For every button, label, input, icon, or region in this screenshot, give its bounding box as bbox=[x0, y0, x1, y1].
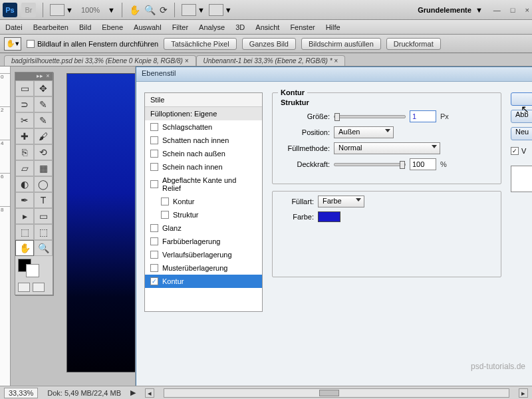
lasso-tool[interactable]: ⊃ bbox=[15, 96, 34, 112]
style-row-bevel-contour[interactable]: Kontur bbox=[145, 195, 262, 208]
close-icon[interactable]: × bbox=[45, 72, 51, 79]
layer-style-dialog: Ebenenstil Stile Fülloptionen: Eigene Sc… bbox=[136, 66, 532, 386]
position-select[interactable]: Außen bbox=[334, 126, 394, 138]
clone-tool[interactable]: ⎘ bbox=[15, 144, 34, 160]
style-row-innerglow[interactable]: Schein nach innen bbox=[145, 160, 262, 174]
style-row-gradientoverlay[interactable]: Verlaufsüberlagerung bbox=[145, 248, 262, 261]
menu-filter[interactable]: Filter bbox=[172, 23, 188, 31]
marquee-tool[interactable]: ▭ bbox=[15, 80, 34, 96]
horizontal-scrollbar[interactable] bbox=[164, 388, 509, 398]
filltype-label: Füllart: bbox=[281, 198, 314, 205]
zoom-level[interactable]: 100% bbox=[81, 6, 100, 14]
style-row-bevel[interactable]: Abgeflachte Kante und Relief bbox=[145, 174, 262, 195]
zoom-tool-icon[interactable]: 🔍 bbox=[144, 2, 156, 18]
quick-mask-icon[interactable] bbox=[18, 283, 30, 292]
print-size-button[interactable]: Druckformat bbox=[386, 38, 441, 50]
blending-options-row[interactable]: Fülloptionen: Eigene bbox=[145, 107, 262, 120]
menu-bearbeiten[interactable]: Bearbeiten bbox=[33, 23, 68, 31]
screen-mode-dropdown[interactable]: ▼ bbox=[182, 4, 205, 16]
maximize-button[interactable]: □ bbox=[511, 6, 515, 14]
workspace-switcher[interactable]: Grundelemente ▼ bbox=[418, 6, 483, 14]
bridge-icon[interactable]: Br bbox=[21, 3, 36, 17]
pen-tool[interactable]: ✒ bbox=[15, 192, 34, 208]
cancel-button[interactable]: Abb bbox=[511, 110, 532, 123]
status-menu-icon[interactable]: ▶ bbox=[130, 388, 136, 397]
close-button[interactable]: × bbox=[525, 6, 529, 14]
background-color[interactable] bbox=[26, 264, 39, 277]
new-style-button[interactable]: Neu bbox=[511, 127, 532, 140]
style-row-satin[interactable]: Glanz bbox=[145, 221, 262, 235]
shape-tool[interactable]: ▭ bbox=[34, 208, 53, 224]
menu-bild[interactable]: Bild bbox=[79, 23, 91, 31]
view-arrange-dropdown[interactable]: ▼ bbox=[50, 4, 73, 16]
dodge-tool[interactable]: ◯ bbox=[34, 176, 53, 192]
menu-ansicht[interactable]: Ansicht bbox=[255, 23, 279, 31]
zoom-status[interactable]: 33,33% bbox=[4, 388, 38, 398]
scroll-all-windows-checkbox[interactable]: Bildlauf in allen Fenstern durchführen bbox=[27, 40, 158, 48]
size-input[interactable] bbox=[410, 110, 436, 122]
menu-hilfe[interactable]: Hilfe bbox=[326, 23, 340, 31]
eyedropper-tool[interactable]: ✎ bbox=[34, 112, 53, 128]
styles-header[interactable]: Stile bbox=[145, 93, 262, 107]
history-brush-tool[interactable]: ⟲ bbox=[34, 144, 53, 160]
menu-datei[interactable]: Datei bbox=[5, 23, 23, 31]
document-tab[interactable]: Unbenannt-1 bei 33,3% (Ebene 2, RGB/8) *… bbox=[196, 55, 346, 66]
style-row-innershadow[interactable]: Schatten nach innen bbox=[145, 134, 262, 147]
arrange-documents-dropdown[interactable]: ▼ bbox=[209, 4, 232, 16]
size-label: Größe: bbox=[281, 112, 330, 120]
scroll-right-button[interactable]: ▸ bbox=[519, 388, 528, 398]
stroke-structure-group: Kontur Struktur Größe: Px Position: Auße… bbox=[272, 92, 501, 184]
style-row-patternoverlay[interactable]: Musterüberlagerung bbox=[145, 261, 262, 275]
style-row-coloroverlay[interactable]: Farbüberlagerung bbox=[145, 235, 262, 248]
preview-checkbox[interactable]: V bbox=[511, 147, 526, 155]
current-tool-icon[interactable]: ✋▾ bbox=[4, 37, 21, 51]
menu-3d[interactable]: 3D bbox=[235, 23, 245, 31]
stroke-color-swatch[interactable] bbox=[318, 211, 340, 222]
blendmode-select[interactable]: Normal bbox=[334, 142, 440, 154]
crop-tool[interactable]: ✂ bbox=[15, 112, 34, 128]
rotate-view-icon[interactable]: ⟳ bbox=[160, 2, 168, 18]
brush-tool[interactable]: 🖌 bbox=[34, 128, 53, 144]
size-unit: Px bbox=[440, 112, 449, 120]
menu-analyse[interactable]: Analyse bbox=[199, 23, 225, 31]
actual-pixels-button[interactable]: Tatsächliche Pixel bbox=[164, 38, 236, 50]
screen-mode-icon[interactable] bbox=[33, 283, 45, 292]
path-select-tool[interactable]: ▸ bbox=[15, 208, 34, 224]
size-slider[interactable] bbox=[334, 115, 406, 118]
style-row-bevel-texture[interactable]: Struktur bbox=[145, 208, 262, 221]
healing-tool[interactable]: ✚ bbox=[15, 128, 34, 144]
3d-camera-tool[interactable]: ⬚ bbox=[34, 224, 53, 240]
3d-tool[interactable]: ⬚ bbox=[15, 224, 34, 240]
opacity-unit: % bbox=[440, 160, 447, 168]
scroll-left-button[interactable]: ◂ bbox=[145, 388, 154, 398]
collapse-icon[interactable]: ▸▸ bbox=[37, 72, 43, 79]
style-row-stroke[interactable]: Kontur bbox=[145, 275, 262, 288]
menu-ebene[interactable]: Ebene bbox=[102, 23, 123, 31]
eraser-tool[interactable]: ▱ bbox=[15, 160, 34, 176]
color-label: Farbe: bbox=[281, 213, 314, 221]
ok-button[interactable] bbox=[511, 92, 532, 106]
menu-fenster[interactable]: Fenster bbox=[290, 23, 315, 31]
opacity-input[interactable] bbox=[410, 158, 436, 170]
hand-tool[interactable]: ✋ bbox=[15, 240, 34, 256]
photoshop-logo: Ps bbox=[3, 3, 17, 17]
fill-screen-button[interactable]: Bildschirm ausfüllen bbox=[301, 38, 381, 50]
hand-tool-icon[interactable]: ✋ bbox=[129, 2, 140, 18]
menu-auswahl[interactable]: Auswahl bbox=[134, 23, 162, 31]
gradient-tool[interactable]: ▦ bbox=[34, 160, 53, 176]
fit-screen-button[interactable]: Ganzes Bild bbox=[242, 38, 296, 50]
tools-panel: ▸▸× ▭ ✥ ⊃ ✎ ✂ ✎ ✚ 🖌 ⎘ ⟲ ▱ ▦ ◐ ◯ ✒ T ▸ ▭ … bbox=[15, 72, 53, 295]
zoom-tool[interactable]: 🔍 bbox=[34, 240, 53, 256]
blur-tool[interactable]: ◐ bbox=[15, 176, 34, 192]
type-tool[interactable]: T bbox=[34, 192, 53, 208]
preview-swatch bbox=[511, 166, 532, 192]
move-tool[interactable]: ✥ bbox=[34, 80, 53, 96]
style-row-dropshadow[interactable]: Schlagschatten bbox=[145, 120, 262, 134]
filltype-select[interactable]: Farbe bbox=[318, 196, 364, 207]
style-row-outerglow[interactable]: Schein nach außen bbox=[145, 147, 262, 160]
color-swatches[interactable] bbox=[15, 256, 53, 280]
opacity-slider[interactable] bbox=[334, 163, 406, 166]
minimize-button[interactable]: — bbox=[493, 6, 501, 14]
quick-select-tool[interactable]: ✎ bbox=[34, 96, 53, 112]
document-tab[interactable]: badgirlsilhouette.psd bei 33,3% (Ebene 0… bbox=[4, 55, 196, 66]
